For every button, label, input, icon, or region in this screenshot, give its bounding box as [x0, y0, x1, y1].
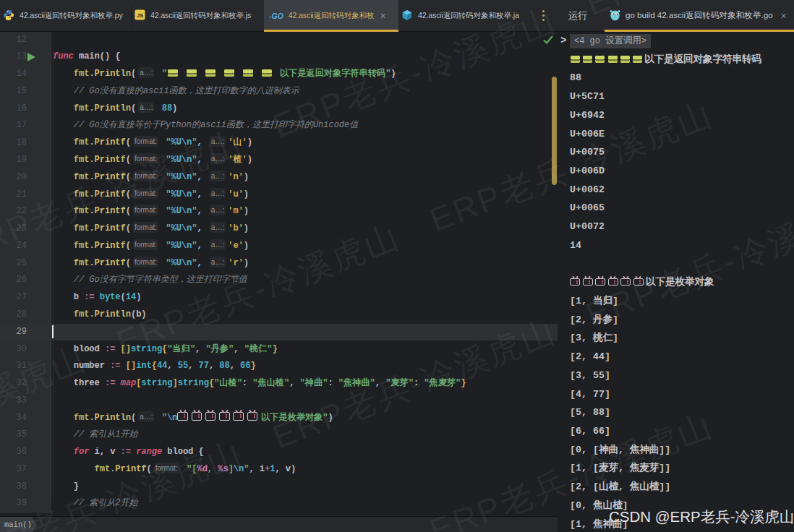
svg-text:JS: JS	[137, 12, 143, 19]
